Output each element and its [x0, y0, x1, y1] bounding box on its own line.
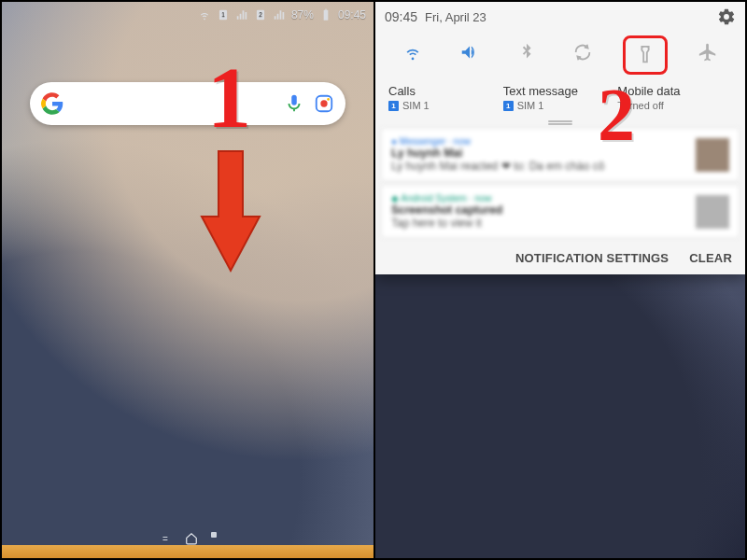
google-lens-icon[interactable] [314, 93, 334, 114]
qs-wifi[interactable] [396, 35, 430, 69]
qs-airplane[interactable] [691, 35, 725, 69]
sim-text-sub: SIM 1 [517, 100, 544, 111]
sim-chip-icon: 1 [503, 101, 514, 111]
sim-chip-icon: 1 [388, 101, 399, 111]
page-dot [211, 532, 217, 538]
page-indicator: = [2, 532, 374, 545]
homescreen-panel: 1 2 87% 09:45 1 = [2, 2, 374, 558]
battery-icon [319, 8, 332, 21]
sim-calls-sub: SIM 1 [402, 100, 430, 111]
mic-icon[interactable] [284, 93, 304, 114]
notification-shade[interactable]: 09:45 Fri, April 23 Calls 1SIM 1 Text me… [375, 2, 745, 274]
sim2-icon: 2 [254, 8, 267, 21]
shade-drag-handle[interactable] [548, 120, 572, 122]
notification-settings-button[interactable]: NOTIFICATION SETTINGS [515, 251, 669, 265]
notification-card[interactable]: ● Messenger · now Ly huynh Mai Ly huynh … [381, 128, 740, 181]
status-bar: 1 2 87% 09:45 [2, 2, 374, 28]
swipe-down-arrow [198, 144, 263, 274]
status-time: 09:45 [338, 8, 366, 21]
google-search-bar[interactable] [30, 82, 345, 125]
home-indicator-icon [185, 532, 198, 545]
gear-icon[interactable] [717, 7, 736, 26]
sim-calls[interactable]: Calls 1SIM 1 [388, 84, 503, 111]
qs-autorotate[interactable] [566, 35, 599, 69]
annotation-step-2: 2 [598, 73, 635, 158]
signal2-icon [273, 8, 286, 21]
notification-thumbnail [696, 195, 729, 229]
notification-card[interactable]: ◆ Android System · now Screenshot captur… [381, 185, 740, 238]
wifi-icon [198, 8, 211, 21]
svg-point-6 [327, 98, 330, 101]
notification-panel: 09:45 Fri, April 23 Calls 1SIM 1 Text me… [374, 2, 745, 558]
svg-text:2: 2 [259, 11, 262, 18]
quick-settings-row [375, 28, 745, 80]
clear-button[interactable]: CLEAR [689, 251, 732, 265]
qs-flashlight[interactable] [623, 35, 668, 75]
sim-settings-row: Calls 1SIM 1 Text message 1SIM 1 Mobile … [375, 80, 745, 119]
sim-calls-label: Calls [388, 84, 503, 98]
signal-icon [235, 8, 248, 21]
google-logo-icon [41, 92, 63, 115]
svg-point-5 [320, 100, 327, 106]
svg-text:1: 1 [221, 11, 225, 18]
shade-date: Fri, April 23 [425, 10, 486, 24]
battery-percent: 87% [291, 8, 314, 21]
dock-bar [2, 545, 374, 558]
recents-indicator-icon: = [159, 532, 172, 545]
sim1-icon: 1 [217, 8, 230, 21]
notification-thumbnail [696, 138, 729, 172]
qs-sound[interactable] [453, 35, 486, 69]
shade-time: 09:45 [385, 9, 417, 24]
annotation-step-1: 1 [207, 47, 251, 147]
qs-bluetooth[interactable] [510, 35, 543, 69]
